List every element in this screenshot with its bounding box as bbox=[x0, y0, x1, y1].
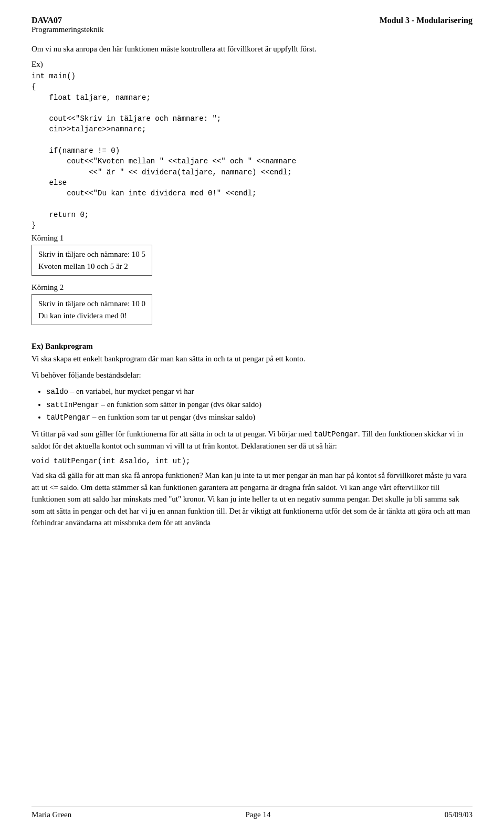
korning1-box: Skriv in täljare och nämnare: 10 5 Kvote… bbox=[32, 245, 152, 276]
module-title: Modul 3 - Modularisering bbox=[380, 16, 472, 34]
korning2-line2: Du kan inte dividera med 0! bbox=[38, 310, 145, 322]
bankprogram-para2: Vad ska då gälla för att man ska få anro… bbox=[32, 470, 472, 529]
footer-date: 05/09/03 bbox=[445, 810, 472, 819]
header: DAVA07 Programmeringsteknik Modul 3 - Mo… bbox=[32, 16, 472, 34]
bullet-code-3: taUtPengar bbox=[46, 413, 90, 422]
bankprogram-bullets: saldo – en variabel, hur mycket pengar v… bbox=[46, 385, 472, 423]
course-name: Programmeringsteknik bbox=[32, 25, 103, 34]
para1-inline-code: taUtPengar bbox=[314, 430, 358, 439]
list-item: taUtPengar – en funktion som tar ut peng… bbox=[46, 411, 472, 423]
bankprogram-para1: Vi tittar på vad som gäller för funktion… bbox=[32, 428, 472, 452]
korning2-label: Körning 2 bbox=[32, 283, 472, 292]
bankprogram-intro: Vi ska skapa ett enkelt bankprogram där … bbox=[32, 353, 472, 365]
bullet-code-2: sattInPengar bbox=[46, 401, 99, 409]
code-block-main: int main() { float taljare, namnare; cou… bbox=[32, 71, 472, 231]
bullet-text-1: – en variabel, hur mycket pengar vi har bbox=[68, 387, 194, 395]
bankprogram-heading: Ex) Bankprogram bbox=[32, 342, 472, 351]
korning2-line1: Skriv in täljare och nämnare: 10 0 bbox=[38, 298, 145, 310]
footer: Maria Green Page 14 05/09/03 bbox=[32, 807, 472, 819]
korning1-line1: Skriv in täljare och nämnare: 10 5 bbox=[38, 248, 145, 260]
list-item: sattInPengar – en funktion som sätter in… bbox=[46, 398, 472, 411]
list-item: saldo – en variabel, hur mycket pengar v… bbox=[46, 385, 472, 398]
course-code: DAVA07 bbox=[32, 16, 103, 25]
bullet-text-3: – en funktion som tar ut pengar (dvs min… bbox=[90, 413, 255, 421]
footer-page: Page 14 bbox=[245, 810, 270, 819]
korning1-label: Körning 1 bbox=[32, 234, 472, 243]
bullet-code-1: saldo bbox=[46, 388, 68, 396]
page: DAVA07 Programmeringsteknik Modul 3 - Mo… bbox=[0, 0, 504, 834]
korning1-line2: Kvoten mellan 10 och 5 är 2 bbox=[38, 260, 145, 273]
intro-paragraph: Om vi nu ska anropa den här funktionen m… bbox=[32, 44, 472, 55]
code-block-declaration: void taUtPengar(int &saldo, int ut); bbox=[32, 456, 472, 466]
korning2-box: Skriv in täljare och nämnare: 10 0 Du ka… bbox=[32, 294, 152, 325]
para1-text: Vi tittar på vad som gäller för funktion… bbox=[32, 430, 312, 438]
bullet-text-2: – en funktion som sätter in pengar (dvs … bbox=[99, 400, 261, 409]
footer-author: Maria Green bbox=[32, 810, 71, 819]
header-left: DAVA07 Programmeringsteknik bbox=[32, 16, 103, 34]
bankprogram-behover: Vi behöver följande beståndsdelar: bbox=[32, 369, 472, 381]
ex-label: Ex) bbox=[32, 60, 472, 69]
